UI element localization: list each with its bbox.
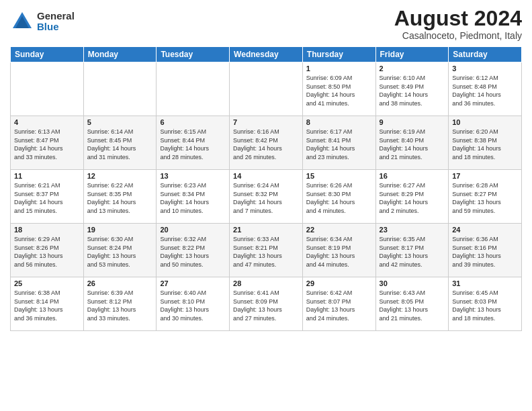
day-info-30: Sunrise: 6:43 AM Sunset: 8:05 PM Dayligh… [380, 289, 445, 322]
table-row [157, 62, 230, 116]
table-row: 30Sunrise: 6:43 AM Sunset: 8:05 PM Dayli… [375, 277, 449, 331]
table-row [230, 62, 303, 116]
table-row: 21Sunrise: 6:33 AM Sunset: 8:21 PM Dayli… [230, 224, 303, 277]
title-block: August 2024 Casalnoceto, Piedmont, Italy [394, 7, 522, 41]
day-number-21: 21 [233, 226, 299, 234]
table-row: 24Sunrise: 6:36 AM Sunset: 8:16 PM Dayli… [449, 224, 522, 277]
day-info-1: Sunrise: 6:09 AM Sunset: 8:50 PM Dayligh… [306, 74, 372, 107]
table-row: 20Sunrise: 6:32 AM Sunset: 8:22 PM Dayli… [157, 224, 230, 277]
day-info-28: Sunrise: 6:41 AM Sunset: 8:09 PM Dayligh… [233, 289, 299, 322]
day-info-8: Sunrise: 6:17 AM Sunset: 8:41 PM Dayligh… [306, 128, 372, 161]
day-number-7: 7 [233, 118, 299, 126]
table-row: 14Sunrise: 6:24 AM Sunset: 8:32 PM Dayli… [230, 170, 303, 224]
day-number-28: 28 [233, 279, 299, 287]
table-row: 7Sunrise: 6:16 AM Sunset: 8:42 PM Daylig… [230, 116, 303, 170]
table-row: 28Sunrise: 6:41 AM Sunset: 8:09 PM Dayli… [230, 277, 303, 331]
day-number-29: 29 [306, 279, 372, 287]
day-info-12: Sunrise: 6:22 AM Sunset: 8:35 PM Dayligh… [87, 181, 153, 215]
day-number-24: 24 [452, 226, 518, 234]
week-row-4: 18Sunrise: 6:29 AM Sunset: 8:26 PM Dayli… [11, 224, 522, 277]
day-number-26: 26 [87, 279, 153, 287]
table-row: 1Sunrise: 6:09 AM Sunset: 8:50 PM Daylig… [302, 62, 375, 116]
table-row [83, 62, 157, 116]
table-row: 15Sunrise: 6:26 AM Sunset: 8:30 PM Dayli… [302, 170, 375, 224]
table-row: 23Sunrise: 6:35 AM Sunset: 8:17 PM Dayli… [375, 224, 449, 277]
day-info-27: Sunrise: 6:40 AM Sunset: 8:10 PM Dayligh… [160, 289, 226, 322]
day-info-6: Sunrise: 6:15 AM Sunset: 8:44 PM Dayligh… [160, 128, 226, 161]
day-number-14: 14 [233, 172, 299, 180]
logo-icon [10, 9, 34, 34]
day-number-6: 6 [160, 118, 226, 126]
day-info-11: Sunrise: 6:21 AM Sunset: 8:37 PM Dayligh… [14, 181, 80, 215]
day-number-12: 12 [87, 172, 153, 180]
header-saturday: Saturday [449, 47, 522, 62]
day-number-3: 3 [452, 64, 518, 73]
day-info-15: Sunrise: 6:26 AM Sunset: 8:30 PM Dayligh… [306, 181, 372, 215]
day-number-1: 1 [306, 64, 372, 73]
header-friday: Friday [375, 47, 449, 62]
day-info-29: Sunrise: 6:42 AM Sunset: 8:07 PM Dayligh… [306, 289, 372, 322]
week-row-5: 25Sunrise: 6:38 AM Sunset: 8:14 PM Dayli… [11, 277, 522, 331]
day-number-11: 11 [14, 172, 80, 180]
day-number-2: 2 [380, 64, 445, 73]
table-row: 18Sunrise: 6:29 AM Sunset: 8:26 PM Dayli… [11, 224, 84, 277]
table-row: 19Sunrise: 6:30 AM Sunset: 8:24 PM Dayli… [83, 224, 157, 277]
day-info-14: Sunrise: 6:24 AM Sunset: 8:32 PM Dayligh… [233, 181, 299, 215]
header-tuesday: Tuesday [157, 47, 230, 62]
day-info-26: Sunrise: 6:39 AM Sunset: 8:12 PM Dayligh… [87, 289, 153, 322]
header-thursday: Thursday [302, 47, 375, 62]
table-row: 11Sunrise: 6:21 AM Sunset: 8:37 PM Dayli… [11, 170, 84, 224]
day-info-16: Sunrise: 6:27 AM Sunset: 8:29 PM Dayligh… [380, 181, 445, 215]
day-number-31: 31 [452, 279, 518, 287]
week-row-3: 11Sunrise: 6:21 AM Sunset: 8:37 PM Dayli… [11, 170, 522, 224]
day-number-20: 20 [160, 226, 226, 234]
day-info-17: Sunrise: 6:28 AM Sunset: 8:27 PM Dayligh… [452, 181, 518, 215]
day-number-30: 30 [380, 279, 445, 287]
day-info-10: Sunrise: 6:20 AM Sunset: 8:38 PM Dayligh… [452, 128, 518, 161]
day-number-9: 9 [380, 118, 445, 126]
day-info-13: Sunrise: 6:23 AM Sunset: 8:34 PM Dayligh… [160, 181, 226, 215]
day-info-4: Sunrise: 6:13 AM Sunset: 8:47 PM Dayligh… [14, 128, 80, 161]
day-number-23: 23 [380, 226, 445, 234]
day-number-18: 18 [14, 226, 80, 234]
table-row: 31Sunrise: 6:45 AM Sunset: 8:03 PM Dayli… [449, 277, 522, 331]
day-info-5: Sunrise: 6:14 AM Sunset: 8:45 PM Dayligh… [87, 128, 153, 161]
day-number-4: 4 [14, 118, 80, 126]
table-row: 16Sunrise: 6:27 AM Sunset: 8:29 PM Dayli… [375, 170, 449, 224]
header-monday: Monday [83, 47, 157, 62]
header-wednesday: Wednesday [230, 47, 303, 62]
logo-general: General [37, 11, 75, 22]
page-container: General Blue August 2024 Casalnoceto, Pi… [0, 0, 532, 411]
week-row-2: 4Sunrise: 6:13 AM Sunset: 8:47 PM Daylig… [11, 116, 522, 170]
header-sunday: Sunday [11, 47, 84, 62]
day-number-10: 10 [452, 118, 518, 126]
day-info-7: Sunrise: 6:16 AM Sunset: 8:42 PM Dayligh… [233, 128, 299, 161]
table-row: 12Sunrise: 6:22 AM Sunset: 8:35 PM Dayli… [83, 170, 157, 224]
day-info-2: Sunrise: 6:10 AM Sunset: 8:49 PM Dayligh… [380, 74, 445, 107]
logo-blue: Blue [37, 21, 75, 33]
table-row: 10Sunrise: 6:20 AM Sunset: 8:38 PM Dayli… [449, 116, 522, 170]
day-info-25: Sunrise: 6:38 AM Sunset: 8:14 PM Dayligh… [14, 289, 80, 322]
day-number-17: 17 [452, 172, 518, 180]
table-row: 13Sunrise: 6:23 AM Sunset: 8:34 PM Dayli… [157, 170, 230, 224]
day-info-31: Sunrise: 6:45 AM Sunset: 8:03 PM Dayligh… [452, 289, 518, 322]
header: General Blue August 2024 Casalnoceto, Pi… [10, 7, 522, 41]
logo: General Blue [10, 9, 75, 34]
day-info-24: Sunrise: 6:36 AM Sunset: 8:16 PM Dayligh… [452, 235, 518, 269]
day-info-18: Sunrise: 6:29 AM Sunset: 8:26 PM Dayligh… [14, 235, 80, 269]
day-info-22: Sunrise: 6:34 AM Sunset: 8:19 PM Dayligh… [306, 235, 372, 269]
week-row-1: 1Sunrise: 6:09 AM Sunset: 8:50 PM Daylig… [11, 62, 522, 116]
day-number-13: 13 [160, 172, 226, 180]
table-row: 22Sunrise: 6:34 AM Sunset: 8:19 PM Dayli… [302, 224, 375, 277]
table-row: 25Sunrise: 6:38 AM Sunset: 8:14 PM Dayli… [11, 277, 84, 331]
location-subtitle: Casalnoceto, Piedmont, Italy [394, 30, 522, 41]
table-row: 6Sunrise: 6:15 AM Sunset: 8:44 PM Daylig… [157, 116, 230, 170]
table-row: 4Sunrise: 6:13 AM Sunset: 8:47 PM Daylig… [11, 116, 84, 170]
table-row [11, 62, 84, 116]
day-number-27: 27 [160, 279, 226, 287]
day-info-9: Sunrise: 6:19 AM Sunset: 8:40 PM Dayligh… [380, 128, 445, 161]
table-row: 29Sunrise: 6:42 AM Sunset: 8:07 PM Dayli… [302, 277, 375, 331]
day-info-23: Sunrise: 6:35 AM Sunset: 8:17 PM Dayligh… [380, 235, 445, 269]
calendar-header-row: Sunday Monday Tuesday Wednesday Thursday… [11, 47, 522, 62]
day-info-20: Sunrise: 6:32 AM Sunset: 8:22 PM Dayligh… [160, 235, 226, 269]
